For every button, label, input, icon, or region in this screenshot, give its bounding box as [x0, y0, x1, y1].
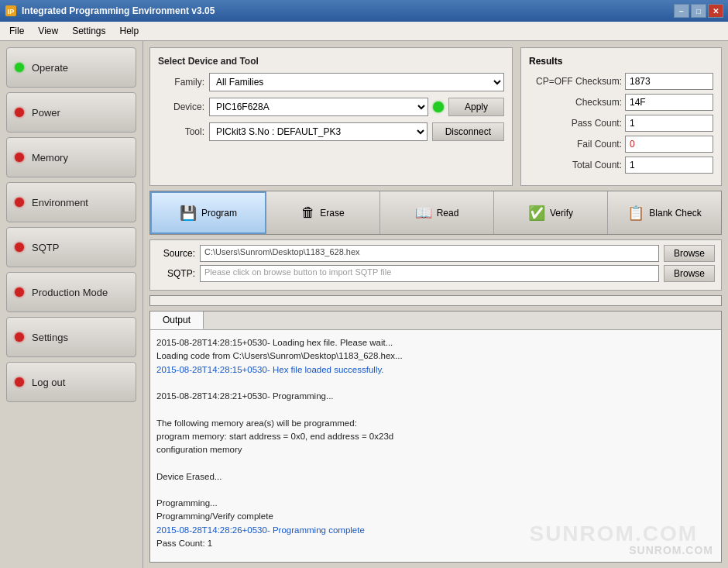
output-line-2: Loading code from C:\Users\Sunrom\Deskto… — [156, 349, 715, 363]
output-line-10: Programming/Verify complete — [156, 510, 715, 523]
sidebar-item-logout[interactable]: Log out — [6, 362, 136, 402]
title-bar-icon: IP — [5, 5, 17, 17]
blank-check-button[interactable]: 📋 Blank Check — [608, 191, 721, 234]
minimize-button[interactable]: − — [674, 4, 689, 18]
output-content: 2015-08-28T14:28:15+0530- Loading hex fi… — [150, 330, 721, 562]
close-button[interactable]: ✕ — [708, 4, 723, 18]
sqtp-browse-button[interactable]: Browse — [664, 265, 715, 282]
blank-check-icon: 📋 — [627, 205, 644, 222]
operate-dot — [15, 63, 24, 72]
device-panel: Select Device and Tool Family: All Famil… — [149, 47, 513, 186]
menu-help[interactable]: Help — [114, 23, 146, 39]
erase-label: Erase — [320, 208, 344, 219]
tool-label: Tool: — [158, 126, 204, 137]
sidebar: Operate Power Memory Environment SQTP Pr… — [0, 41, 143, 568]
verify-button[interactable]: ✅ Verify — [494, 191, 608, 234]
verify-label: Verify — [550, 208, 573, 219]
sidebar-item-environment[interactable]: Environment — [6, 182, 136, 222]
tool-select[interactable]: PICkit3 S.No : DEFAULT_PK3 — [209, 122, 428, 141]
output-line-8: Device Erased... — [156, 470, 715, 484]
checksum-cp-value: 1873 — [625, 73, 713, 90]
settings-dot — [15, 332, 24, 342]
production-mode-dot — [15, 287, 24, 297]
read-label: Read — [437, 208, 459, 219]
device-panel-title: Select Device and Tool — [158, 56, 504, 67]
read-icon: 📖 — [415, 205, 432, 222]
device-label: Device: — [158, 102, 204, 112]
progress-bar-container — [149, 295, 722, 306]
output-line-12: Pass Count: 1 — [156, 537, 715, 550]
menu-bar: File View Settings Help — [0, 22, 728, 41]
read-button[interactable]: 📖 Read — [380, 191, 494, 234]
verify-icon: ✅ — [528, 205, 545, 222]
program-button[interactable]: 💾 Program — [150, 191, 266, 234]
main-layout: Operate Power Memory Environment SQTP Pr… — [0, 41, 728, 568]
maximize-button[interactable]: □ — [691, 4, 706, 18]
results-panel: Results CP=OFF Checksum: 1873 Checksum: … — [520, 47, 722, 186]
sidebar-item-production-mode[interactable]: Production Mode — [6, 272, 136, 312]
device-select[interactable]: PIC16F628A — [209, 98, 428, 116]
title-bar-title: Integrated Programming Environment v3.05 — [22, 5, 674, 16]
content-area: Select Device and Tool Family: All Famil… — [143, 41, 728, 568]
sidebar-item-memory[interactable]: Memory — [6, 137, 136, 177]
source-browse-button[interactable]: Browse — [664, 245, 715, 262]
action-bar: 💾 Program 🗑 Erase 📖 Read ✅ Verify 📋 Blan… — [149, 191, 722, 235]
fail-count-value: 0 — [625, 136, 713, 153]
blank-check-label: Blank Check — [649, 208, 701, 219]
production-mode-label: Production Mode — [32, 287, 108, 298]
sidebar-item-sqtp[interactable]: SQTP — [6, 227, 136, 267]
title-bar-controls: − □ ✕ — [674, 4, 723, 18]
logout-label: Log out — [32, 377, 65, 388]
apply-button[interactable]: Apply — [448, 98, 504, 116]
power-label: Power — [32, 107, 60, 119]
memory-dot — [15, 153, 24, 162]
output-line-1: 2015-08-28T14:28:15+0530- Loading hex fi… — [156, 336, 715, 349]
output-line-5: The following memory area(s) will be pro… — [156, 417, 715, 430]
device-status-dot — [433, 102, 444, 112]
family-label: Family: — [158, 77, 204, 88]
source-label: Source: — [156, 248, 195, 259]
environment-label: Environment — [32, 197, 88, 208]
power-dot — [15, 108, 24, 117]
checksum-label: Checksum: — [529, 97, 622, 108]
erase-button[interactable]: 🗑 Erase — [266, 191, 380, 234]
sqtp-label: SQTP: — [156, 268, 195, 279]
output-line-7: configuration memory — [156, 443, 715, 456]
top-panel: Select Device and Tool Family: All Famil… — [149, 47, 722, 186]
logout-dot — [15, 377, 24, 387]
menu-view[interactable]: View — [32, 23, 64, 39]
total-count-label: Total Count: — [529, 160, 622, 170]
source-input: C:\Users\Sunrom\Desktop\1183_628.hex — [200, 245, 659, 262]
total-count-value: 1 — [625, 157, 713, 174]
menu-file[interactable]: File — [3, 23, 30, 39]
output-tab-bar: Output — [150, 312, 721, 330]
disconnect-button[interactable]: Disconnect — [432, 122, 504, 141]
file-panel: Source: C:\Users\Sunrom\Desktop\1183_628… — [149, 239, 722, 291]
output-line-3: 2015-08-28T14:28:15+0530- Hex file loade… — [156, 363, 715, 377]
pass-count-value: 1 — [625, 115, 713, 132]
sqtp-input: Please click on browse button to import … — [200, 265, 659, 282]
output-line-4: 2015-08-28T14:28:21+0530- Programming... — [156, 390, 715, 403]
output-line-9: Programming... — [156, 497, 715, 510]
svg-text:IP: IP — [8, 8, 15, 15]
output-link-loaded: 2015-08-28T14:28:15+0530- Hex file loade… — [156, 365, 384, 374]
environment-dot — [15, 198, 24, 207]
pass-count-label: Pass Count: — [529, 118, 622, 129]
results-title: Results — [529, 56, 713, 67]
menu-settings[interactable]: Settings — [66, 23, 112, 39]
checksum-cp-label: CP=OFF Checksum: — [529, 76, 622, 87]
sidebar-item-power[interactable]: Power — [6, 92, 136, 133]
settings-label: Settings — [32, 332, 68, 343]
sqtp-dot — [15, 243, 24, 252]
output-line-11: 2015-08-28T14:28:26+0530- Programming co… — [156, 524, 715, 537]
sidebar-item-settings[interactable]: Settings — [6, 317, 136, 357]
memory-label: Memory — [32, 152, 68, 164]
fail-count-label: Fail Count: — [529, 139, 622, 150]
output-tab[interactable]: Output — [150, 312, 204, 329]
sqtp-label: SQTP — [32, 242, 59, 253]
checksum-value: 14F — [625, 94, 713, 111]
sidebar-item-operate[interactable]: Operate — [6, 47, 136, 88]
family-select[interactable]: All Families — [209, 73, 504, 91]
erase-icon: 🗑 — [301, 205, 315, 221]
operate-label: Operate — [32, 62, 68, 74]
